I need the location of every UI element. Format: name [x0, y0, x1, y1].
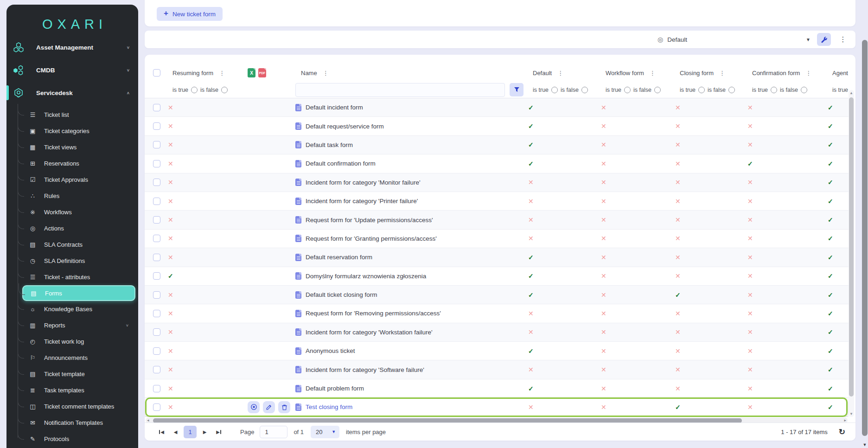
row-checkbox[interactable] [153, 403, 160, 411]
view-button[interactable] [248, 401, 260, 413]
table-row[interactable]: ✕Default confirmation form✓✕✕✓✓ [145, 154, 849, 173]
table-row[interactable]: ✕Incident form for category 'Monitor fai… [145, 173, 849, 192]
table-row[interactable]: ✕Incident form for category 'Software fa… [145, 360, 849, 379]
table-row[interactable]: ✕Default reservation form✓✕✕✕✓ [145, 248, 849, 267]
scroll-down-icon[interactable]: ▼ [849, 412, 854, 416]
sidebar-item-ticket-comment-templates[interactable]: ◫Ticket comment templates [6, 398, 138, 415]
table-row[interactable]: ✕Incident form for category 'Printer fai… [145, 192, 849, 211]
sidebar-item-rules[interactable]: ∴Rules [6, 188, 138, 204]
pdf-export-icon[interactable]: PDF [258, 68, 266, 77]
is-false-radio[interactable] [654, 87, 661, 93]
sidebar-item-sla-definitions[interactable]: ◷SLA Definitions [6, 253, 138, 269]
sidebar-item-actions[interactable]: ◎Actions [6, 220, 138, 237]
sidebar-item-ticket-attributes[interactable]: ☰Ticket - attributes [6, 269, 138, 285]
is-true-radio[interactable] [551, 87, 558, 93]
table-row[interactable]: ✕Default task form✓✕✕✕✓ [145, 136, 849, 154]
sidebar-item-reports[interactable]: ▥Reports∨ [6, 317, 138, 333]
is-false-radio[interactable] [581, 87, 588, 93]
last-page-button[interactable]: ▶ [213, 426, 224, 438]
sidebar-item-reservations[interactable]: ⊞Reservations [6, 155, 138, 172]
row-checkbox[interactable] [153, 141, 160, 148]
is-true-radio[interactable] [191, 87, 198, 93]
page-scroll-thumb[interactable] [862, 40, 868, 436]
row-checkbox[interactable] [153, 254, 160, 261]
select-all-checkbox[interactable] [153, 69, 160, 77]
row-checkbox[interactable] [153, 385, 160, 392]
horizontal-scroll-thumb[interactable] [153, 418, 742, 423]
row-checkbox[interactable] [153, 291, 160, 299]
is-false-radio[interactable] [801, 87, 807, 93]
table-row[interactable]: ✕Default incident form✓✕✕✕✓ [145, 98, 849, 117]
sidebar-item-notification-templates[interactable]: ✉Notification Templates [6, 415, 138, 431]
filter-funnel-button[interactable] [510, 83, 523, 96]
table-row[interactable]: ✕Request form for 'Removing permissions/… [145, 304, 849, 323]
table-row[interactable]: ✕Request form for 'Granting permissions/… [145, 230, 849, 248]
column-menu-button[interactable]: ⋮ [322, 70, 330, 77]
sidebar-item-sla-contracts[interactable]: ▤SLA Contracts [6, 237, 138, 253]
previous-page-button[interactable]: ◀ [170, 426, 181, 438]
row-checkbox[interactable] [153, 272, 160, 280]
column-menu-button[interactable]: ⋮ [556, 70, 564, 77]
view-selector[interactable]: ◎ Default [657, 31, 687, 48]
table-row[interactable]: ✕Default problem form✓✕✕✕✓ [145, 379, 849, 398]
vertical-scroll-thumb[interactable] [849, 97, 854, 397]
grid-vertical-scrollbar[interactable]: ▲ ▼ [849, 90, 854, 417]
row-checkbox[interactable] [153, 328, 160, 336]
row-checkbox[interactable] [153, 104, 160, 111]
column-menu-button[interactable]: ⋮ [649, 70, 657, 77]
page-scroll-down-icon[interactable]: ▼ [862, 442, 868, 447]
table-row[interactable]: ✕Default ticket closing form✓✕✓✕✓ [145, 286, 849, 304]
row-checkbox[interactable] [153, 216, 160, 224]
scroll-up-icon[interactable]: ▲ [849, 91, 854, 95]
column-menu-button[interactable]: ⋮ [804, 70, 812, 77]
table-row[interactable]: ✓Domyślny formularz wznowienia zgłoszeni… [145, 267, 849, 286]
row-checkbox[interactable] [153, 310, 160, 317]
is-true-radio[interactable] [624, 87, 631, 93]
table-row[interactable]: ✕Request form for 'Update permissions/ac… [145, 211, 849, 229]
sidebar-item-ticket-approvals[interactable]: ☑Ticket Approvals [6, 172, 138, 188]
row-checkbox[interactable] [153, 366, 160, 373]
sidebar-item-announcements[interactable]: ⚐Announcements [6, 350, 138, 366]
sidebar-item-forms[interactable]: ▤Forms [22, 285, 135, 301]
table-row[interactable]: ✕Anonymous ticket✓✕✕✕✓ [145, 342, 849, 360]
sidebar-item-ticket-list[interactable]: ☰Ticket list [6, 107, 138, 123]
grid-settings-button[interactable] [817, 33, 831, 46]
delete-button[interactable] [278, 401, 290, 413]
table-row[interactable]: ✕Default request/service form✓✕✕✕✓ [145, 117, 849, 135]
sidebar-item-cmdb[interactable]: CMDB∨ [6, 59, 138, 82]
row-checkbox[interactable] [153, 122, 160, 130]
sidebar-item-protocols[interactable]: ✎Protocols [6, 431, 138, 447]
first-page-button[interactable]: ◀ [156, 426, 167, 438]
sidebar-item-ticket-views[interactable]: ▦Ticket views [6, 139, 138, 155]
column-menu-button[interactable]: ⋮ [718, 70, 726, 77]
table-row[interactable]: ✕Test closing form✕✕✓✕✓ [145, 398, 849, 416]
sidebar-item-ticket-categories[interactable]: ▣Ticket categories [6, 123, 138, 139]
more-options-button[interactable]: ⋮ [837, 33, 849, 46]
is-false-radio[interactable] [221, 87, 228, 93]
sidebar-item-knowledge-bases[interactable]: ☼Knowledge Bases [6, 301, 138, 317]
current-page-button[interactable]: 1 [184, 426, 197, 438]
row-checkbox[interactable] [153, 160, 160, 167]
page-size-select[interactable]: 20 ▼ [311, 426, 339, 438]
row-checkbox[interactable] [153, 179, 160, 186]
row-checkbox[interactable] [153, 235, 160, 242]
refresh-button[interactable]: ↻ [839, 427, 845, 437]
is-true-radio[interactable] [771, 87, 777, 93]
sidebar-item-ticket-template[interactable]: ▤Ticket template [6, 366, 138, 382]
sidebar-item-asset-management[interactable]: Asset Management∨ [6, 36, 138, 59]
is-false-radio[interactable] [728, 87, 735, 93]
name-filter-input[interactable] [295, 83, 505, 97]
sidebar-item-task-templates[interactable]: ≣Task templates [6, 382, 138, 398]
sidebar-item-ticket-work-log[interactable]: ◴Ticket work log [6, 333, 138, 350]
column-menu-button[interactable]: ⋮ [218, 70, 226, 77]
sidebar-item-servicedesk[interactable]: Servicedesk∧ [6, 82, 138, 104]
page-number-input[interactable] [260, 426, 287, 438]
edit-button[interactable] [263, 401, 275, 413]
sidebar-item-workflows[interactable]: ※Workflows [6, 204, 138, 220]
row-checkbox[interactable] [153, 198, 160, 205]
row-checkbox[interactable] [153, 347, 160, 355]
table-row[interactable]: ✕Incident form for category 'Workstation… [145, 323, 849, 342]
next-page-button[interactable]: ▶ [199, 426, 211, 438]
view-dropdown-arrow-icon[interactable]: ▼ [806, 37, 811, 42]
is-true-radio[interactable] [698, 87, 705, 93]
